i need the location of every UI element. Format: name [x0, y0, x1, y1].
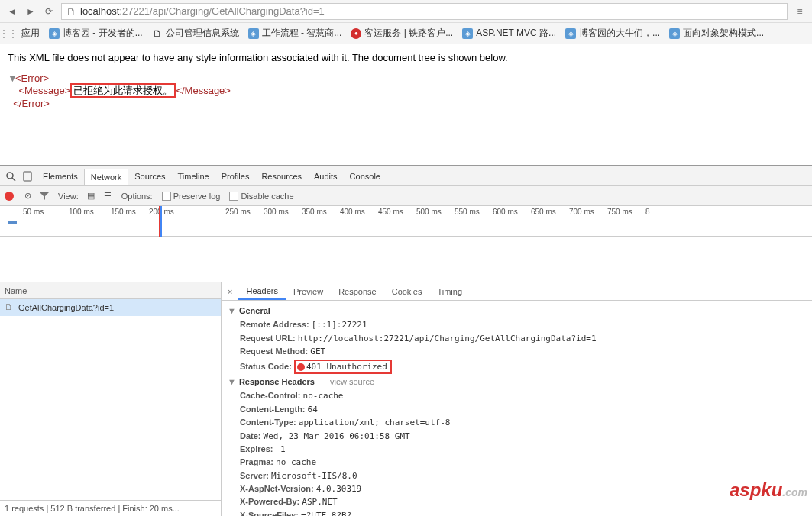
header-key: Server:: [240, 471, 269, 480]
bookmark-6[interactable]: ◈面向对象架构模式...: [665, 25, 768, 41]
request-method-val: GET: [310, 347, 325, 356]
timeline-dom-line: [160, 206, 162, 237]
view-large-icon[interactable]: ▤: [83, 189, 99, 204]
general-section[interactable]: ▼General: [228, 304, 806, 318]
bookmark-3[interactable]: ●客运服务 | 铁路客户...: [346, 25, 458, 41]
header-key: X-AspNet-Version:: [240, 484, 314, 493]
tab-audits[interactable]: Audits: [308, 169, 344, 184]
site-icon: ◈: [462, 28, 473, 39]
tab-network[interactable]: Network: [84, 169, 128, 185]
request-row[interactable]: 🗋 GetAllChargingData?id=1: [0, 299, 221, 316]
tab-profiles[interactable]: Profiles: [215, 169, 256, 184]
xml-message-open: <Message>: [18, 85, 70, 96]
header-row: Expires: -1: [228, 443, 806, 456]
remote-addr-val: [::1]:27221: [312, 320, 367, 330]
tab-response[interactable]: Response: [331, 284, 384, 299]
status-dot-icon: [297, 363, 305, 371]
tick: 250 ms: [225, 208, 264, 216]
timeline-request-mark: [8, 221, 17, 224]
headers-content: ▼General Remote Address: [::1]:27221 Req…: [222, 301, 812, 516]
request-list: Name 🗋 GetAllChargingData?id=1 1 request…: [0, 282, 222, 516]
tick: 550 ms: [455, 208, 493, 216]
header-val: Wed, 23 Mar 2016 06:01:58 GMT: [264, 431, 410, 441]
request-url-val: http://localhost:27221/api/Charging/GetA…: [298, 334, 597, 343]
header-val: 64: [308, 405, 318, 414]
apps-icon: ⋮⋮⋮: [8, 28, 18, 39]
collapse-arrow[interactable]: ▼: [8, 73, 15, 84]
bookmark-2[interactable]: ◈工作流程 - 智慧商...: [244, 25, 347, 41]
detail-panel: × Headers Preview Response Cookies Timin…: [222, 282, 812, 516]
tab-cookies[interactable]: Cookies: [384, 284, 430, 299]
tick: 500 ms: [416, 208, 455, 216]
bookmark-0[interactable]: ◈博客园 - 开发者的...: [44, 25, 147, 41]
xml-error-open: <Error>: [15, 73, 49, 84]
disable-cache-checkbox[interactable]: Disable cache: [229, 192, 293, 201]
apps-label: 应用: [21, 27, 40, 40]
clear-icon[interactable]: ⊘: [20, 189, 35, 204]
view-source-link[interactable]: view source: [330, 376, 374, 388]
bookmark-4[interactable]: ◈ASP.NET MVC 路...: [458, 25, 561, 41]
header-val: no-cache: [303, 391, 344, 401]
xml-notice: This XML file does not appear to have an…: [8, 52, 804, 63]
apps-button[interactable]: ⋮⋮⋮ 应用: [3, 25, 44, 41]
record-button[interactable]: [5, 192, 14, 201]
tab-console[interactable]: Console: [344, 169, 387, 184]
header-key: Cache-Control:: [240, 391, 300, 400]
header-row: Cache-Control: no-cache: [228, 389, 806, 402]
header-val: 4.0.30319: [316, 484, 362, 494]
response-headers-section[interactable]: ▼Response Headersview source: [228, 375, 806, 389]
reload-button[interactable]: ⟳: [40, 2, 58, 21]
url-host: localhost: [80, 5, 119, 17]
close-detail-button[interactable]: ×: [222, 287, 238, 296]
header-row: X-AspNet-Version: 4.0.30319: [228, 482, 806, 495]
inspect-icon[interactable]: [3, 169, 18, 184]
device-icon[interactable]: [20, 169, 35, 184]
header-key: Content-Length:: [240, 405, 306, 414]
browser-toolbar: ◄ ► ⟳ 🗋 localhost:27221/api/Charging/Get…: [0, 0, 812, 23]
preserve-log-checkbox[interactable]: Preserve log: [162, 192, 221, 201]
tick: 700 ms: [569, 208, 607, 216]
tab-preview[interactable]: Preview: [286, 284, 331, 299]
tab-timeline[interactable]: Timeline: [172, 169, 215, 184]
bookmark-5[interactable]: ◈博客园的大牛们，...: [561, 25, 665, 41]
bookmark-1[interactable]: 🗋公司管理信息系统: [147, 25, 244, 41]
xml-error-close: </Error>: [13, 98, 50, 109]
back-button[interactable]: ◄: [3, 2, 21, 21]
tick: 600 ms: [493, 208, 531, 216]
header-val: ASP.NET: [302, 497, 337, 507]
header-key: Content-Type:: [240, 418, 296, 427]
status-code-val: 401 Unauthorized: [306, 362, 387, 372]
header-row: Content-Length: 64: [228, 403, 806, 416]
view-small-icon[interactable]: ☰: [100, 189, 115, 204]
tab-resources[interactable]: Resources: [255, 169, 308, 184]
request-name: GetAllChargingData?id=1: [18, 303, 114, 312]
filter-icon[interactable]: [37, 189, 52, 204]
devtools-panel: Elements Network Sources Timeline Profil…: [0, 166, 812, 516]
tab-sources[interactable]: Sources: [128, 169, 171, 184]
tab-headers[interactable]: Headers: [238, 283, 286, 300]
tab-elements[interactable]: Elements: [37, 169, 84, 184]
timeline-body: [0, 237, 812, 282]
network-body: Name 🗋 GetAllChargingData?id=1 1 request…: [0, 282, 812, 516]
tick: 300 ms: [264, 208, 302, 216]
address-bar[interactable]: 🗋 localhost:27221/api/Charging/GetAllCha…: [61, 3, 788, 20]
status-code-highlight: 401 Unauthorized: [294, 360, 392, 374]
timeline-ruler[interactable]: 50 ms 100 ms 150 ms 200 ms 250 ms 300 ms…: [0, 206, 812, 237]
tick: 750 ms: [607, 208, 645, 216]
header-key: Expires:: [240, 444, 273, 453]
site-icon: ◈: [565, 28, 576, 39]
site-icon: ◈: [669, 28, 680, 39]
name-column-header[interactable]: Name: [0, 282, 221, 299]
header-row: Server: Microsoft-IIS/8.0: [228, 469, 806, 482]
page-icon: 🗋: [66, 6, 77, 17]
tab-timing[interactable]: Timing: [429, 284, 470, 299]
header-val: -1: [275, 444, 285, 454]
tick: 100 ms: [69, 208, 107, 216]
header-row: Pragma: no-cache: [228, 456, 806, 469]
status-code-key: Status Code:: [240, 362, 292, 371]
forward-button[interactable]: ►: [21, 2, 40, 21]
header-val: no-cache: [276, 457, 316, 467]
menu-button[interactable]: ≡: [791, 2, 809, 21]
file-icon: 🗋: [5, 302, 15, 313]
svg-line-1: [12, 178, 15, 181]
